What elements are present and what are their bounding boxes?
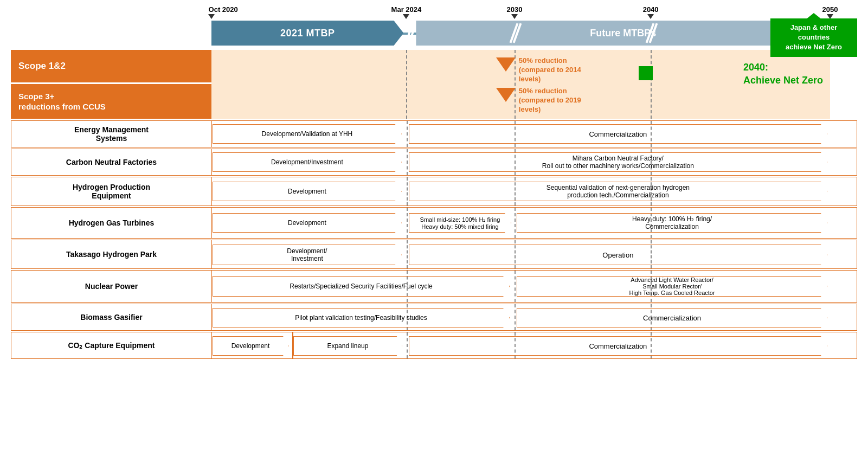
grid-rows: Energy ManagementSystems Development/Val… xyxy=(11,120,857,359)
row-h2-turbines: Hydrogen Gas Turbines Development Small … xyxy=(11,207,857,239)
year-2024: Mar 2024 xyxy=(391,5,422,14)
achieve-net-zero-2040: 2040:Achieve Net Zero xyxy=(743,61,852,87)
label-carbon-neutral: Carbon Neutral Factories xyxy=(11,149,212,175)
seg-co2-dev: Development xyxy=(213,336,288,356)
content-takasago: Development/Investment Operation xyxy=(212,240,830,268)
reduction-2: 50% reduction(compared to 2019levels) xyxy=(496,87,581,114)
seg-biomass-comm: Commercialization xyxy=(517,308,827,327)
seg-turb-mid: Small mid-size: 100% H₂ firingHeavy duty… xyxy=(409,213,511,233)
future-mtbp-banner: Future MTBPs xyxy=(416,21,830,46)
japan-net-zero-box: Japan & othercountriesachieve Net Zero xyxy=(770,18,857,57)
vline-2024-r2 xyxy=(407,149,408,175)
seg-energy-comm: Commercialization xyxy=(409,124,827,144)
vline-2030-r4 xyxy=(515,208,516,238)
green-square-2040 xyxy=(639,66,653,80)
japan-net-zero-triangle xyxy=(803,13,825,22)
label-h2-turbines: Hydrogen Gas Turbines xyxy=(11,208,212,238)
row-biomass: Biomass Gasifier Pilot plant validation … xyxy=(11,304,857,331)
mtbp-2021-label: 2021 MTBP xyxy=(280,28,335,39)
year-2020: Oct 2020 xyxy=(209,5,238,14)
seg-nuclear-restarts: Restarts/Specialized Security Facilities… xyxy=(213,276,510,297)
year-2050: 2050 xyxy=(822,5,838,14)
tri-down-1 xyxy=(496,57,516,72)
future-mtbp-label: Future MTBPs xyxy=(590,28,656,39)
label-takasago: Takasago Hydrogen Park xyxy=(11,240,212,268)
tick-2040 xyxy=(647,14,654,19)
content-hydrogen-prod: Development Sequential validation of nex… xyxy=(212,177,830,205)
reduction-text-2: 50% reduction(compared to 2019levels) xyxy=(519,87,581,114)
label-nuclear: Nuclear Power xyxy=(11,271,212,302)
row-nuclear: Nuclear Power Restarts/Specialized Secur… xyxy=(11,270,857,303)
content-co2: Development Expand lineup Commercializat… xyxy=(212,332,830,358)
content-h2-turbines: Development Small mid-size: 100% H₂ firi… xyxy=(212,208,830,238)
content-biomass: Pilot plant validation testing/Feasibili… xyxy=(212,304,830,330)
scope-12-label: Scope 1&2 xyxy=(11,50,211,82)
seg-carbon-dev: Development/Investment xyxy=(213,152,402,172)
seg-takasago-dev: Development/Investment xyxy=(213,245,402,265)
tick-2020 xyxy=(208,14,215,19)
content-energy-mgmt: Development/Validation at YHH Commercial… xyxy=(212,121,830,147)
row-takasago: Takasago Hydrogen Park Development/Inves… xyxy=(11,240,857,269)
row-carbon-neutral: Carbon Neutral Factories Development/Inv… xyxy=(11,149,857,176)
row-energy-mgmt: Energy ManagementSystems Development/Val… xyxy=(11,120,857,147)
break-mark-2 xyxy=(512,22,519,44)
content-nuclear: Restarts/Specialized Security Facilities… xyxy=(212,271,830,302)
seg-co2-expand: Expand lineup xyxy=(293,336,402,356)
timeline-bar: 2021 MTBP Future MTBPs xyxy=(211,21,830,47)
seg-takasago-op: Operation xyxy=(409,245,827,265)
seg-energy-dev: Development/Validation at YHH xyxy=(213,124,402,144)
seg-turb-dev: Development xyxy=(213,213,402,233)
scope-labels: Scope 1&2 Scope 3+reductions from CCUS xyxy=(11,50,211,119)
vline-2024-r4 xyxy=(407,208,408,238)
vline-2030-r7 xyxy=(515,304,516,330)
vline-2040-scope xyxy=(651,50,652,119)
reduction-1: 50% reduction(compared to 2014levels) xyxy=(496,56,581,84)
reduction-text-1: 50% reduction(compared to 2014levels) xyxy=(519,56,581,84)
label-hydrogen-prod: Hydrogen ProductionEquipment xyxy=(11,177,212,205)
tick-2030 xyxy=(511,14,518,19)
vline-2024-r3 xyxy=(407,177,408,205)
label-biomass: Biomass Gasifier xyxy=(11,304,212,330)
seg-co2-comm: Commercialization xyxy=(409,336,827,356)
tri-down-2 xyxy=(496,88,516,102)
seg-nuclear-adv: Advanced Light Water Reactor/Small Modul… xyxy=(517,276,827,297)
label-energy-mgmt: Energy ManagementSystems xyxy=(11,121,212,147)
mtbp-2021-banner: 2021 MTBP xyxy=(211,21,403,46)
vline-2024-scope xyxy=(406,50,407,119)
content-carbon-neutral: Development/Investment Mihara Carbon Neu… xyxy=(212,149,830,175)
seg-hprod-dev: Development xyxy=(213,182,402,201)
label-co2: CO₂ Capture Equipment xyxy=(11,332,212,358)
vline-2024-r5 xyxy=(407,240,408,268)
row-hydrogen-prod: Hydrogen ProductionEquipment Development… xyxy=(11,177,857,206)
seg-hprod-comm: Sequential validation of next-generation… xyxy=(409,182,827,201)
seg-turb-heavy: Heavy duty: 100% H₂ firing/Commercializa… xyxy=(517,213,827,233)
break-mark-1 xyxy=(407,22,415,44)
seg-co2-dev-end xyxy=(292,332,293,358)
scope-content: 50% reduction(compared to 2014levels) 50… xyxy=(211,50,830,119)
vline-2024-r8 xyxy=(407,332,408,358)
scope-3-label: Scope 3+reductions from CCUS xyxy=(11,84,211,119)
seg-carbon-comm: Mihara Carbon Neutral Factory/Roll out t… xyxy=(409,152,827,172)
vline-2030-r6 xyxy=(515,271,516,302)
year-2040: 2040 xyxy=(643,5,659,14)
seg-biomass-pilot: Pilot plant validation testing/Feasibili… xyxy=(213,308,510,327)
main-container: Oct 2020 Mar 2024 2030 2040 2050 2021 MT… xyxy=(0,0,868,456)
year-2030: 2030 xyxy=(507,5,523,14)
break-mark-3 xyxy=(648,22,655,44)
vline-2024-r1 xyxy=(407,121,408,147)
row-co2: CO₂ Capture Equipment Development Expand… xyxy=(11,332,857,359)
scope-section: Scope 1&2 Scope 3+reductions from CCUS 5… xyxy=(11,50,857,119)
year-markers: Oct 2020 Mar 2024 2030 2040 2050 xyxy=(211,5,830,21)
tick-2024 xyxy=(403,14,409,19)
